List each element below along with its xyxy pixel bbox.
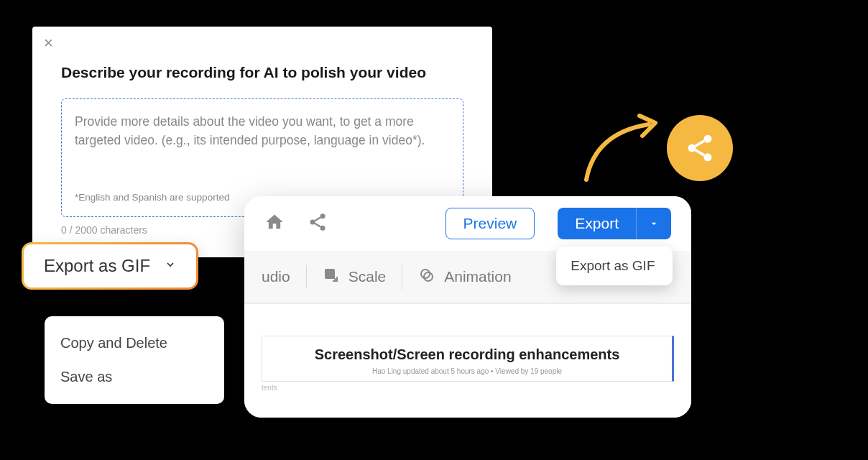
tool-audio[interactable]: udio	[262, 265, 307, 288]
tool-label: Scale	[348, 268, 387, 285]
tool-label: udio	[262, 268, 290, 285]
content-title: Screenshot/Screen recording enhancements	[282, 346, 652, 363]
tool-animation[interactable]: Animation	[402, 264, 527, 290]
close-icon[interactable]: ×	[44, 38, 57, 51]
tool-scale[interactable]: Scale	[307, 264, 403, 290]
menu-item-save-as[interactable]: Save as	[45, 360, 224, 394]
context-menu: Copy and Delete Save as	[45, 316, 224, 404]
preview-button[interactable]: Preview	[445, 208, 535, 239]
export-button[interactable]: Export	[558, 208, 636, 239]
menu-item-copy-delete[interactable]: Copy and Delete	[45, 326, 224, 360]
triangle-down-icon	[648, 218, 660, 229]
tool-label: Animation	[444, 268, 511, 285]
scale-icon	[323, 267, 340, 287]
svg-point-2	[320, 226, 326, 231]
modal-title: Describe your recording for AI to polish…	[61, 64, 463, 81]
export-gif-label: Export as GIF	[44, 256, 150, 276]
svg-point-7	[688, 144, 696, 152]
export-dropdown-menu: Export as GIF	[556, 247, 673, 285]
animation-icon	[418, 267, 435, 287]
svg-point-8	[704, 153, 712, 161]
export-button-group: Export Export as GIF	[558, 208, 671, 239]
content-label-fragment: tents	[262, 384, 277, 392]
curved-arrow-decoration	[581, 111, 674, 190]
export-as-gif-button[interactable]: Export as GIF	[22, 242, 198, 290]
share-icon[interactable]	[308, 212, 328, 235]
content-preview[interactable]: Screenshot/Screen recording enhancements…	[262, 336, 674, 382]
home-icon[interactable]	[264, 212, 285, 235]
textarea-placeholder: Provide more details about the video you…	[75, 112, 450, 150]
svg-point-6	[704, 135, 712, 143]
content-meta: Hao Ling updated about 5 hours ago • Vie…	[282, 367, 652, 375]
export-dropdown-button[interactable]	[636, 208, 671, 239]
chevron-down-icon	[165, 259, 176, 273]
top-toolbar: Preview Export Export as GIF	[244, 196, 691, 251]
share-circle-button[interactable]	[667, 115, 733, 181]
editor-panel: Preview Export Export as GIF udio Scale …	[244, 196, 691, 418]
svg-point-1	[310, 220, 315, 225]
share-icon	[684, 132, 716, 164]
export-as-gif-option[interactable]: Export as GIF	[571, 258, 658, 274]
svg-point-0	[320, 213, 326, 218]
content-area: tents Screenshot/Screen recording enhanc…	[244, 303, 691, 418]
